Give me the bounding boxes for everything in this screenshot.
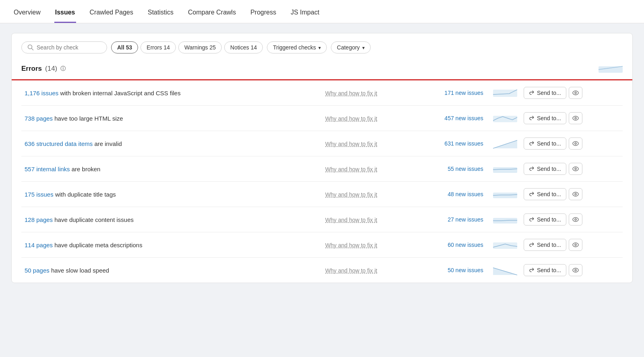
why-fix-link[interactable]: Why and how to fix it <box>325 115 377 122</box>
svg-point-11 <box>575 143 576 144</box>
issue-description: 738 pages have too large HTML size <box>21 106 322 131</box>
info-icon[interactable]: ⓘ <box>60 65 66 72</box>
nav-crawled-pages[interactable]: Crawled Pages <box>89 9 134 23</box>
svg-point-25 <box>573 268 578 272</box>
top-navigation: Overview Issues Crawled Pages Statistics… <box>0 0 644 23</box>
svg-point-14 <box>575 168 576 170</box>
issue-description: 50 pages have slow load speed <box>21 258 322 283</box>
table-row: 114 pages have duplicate meta descriptio… <box>21 232 623 258</box>
triggered-checks-dropdown[interactable]: Triggered checks <box>267 41 327 53</box>
action-cell: Send to... <box>524 264 619 276</box>
issue-description: 128 pages have duplicate content issues <box>21 207 322 232</box>
svg-point-22 <box>573 243 578 247</box>
eye-icon <box>572 115 579 121</box>
why-fix-link[interactable]: Why and how to fix it <box>325 242 377 248</box>
svg-point-16 <box>573 192 578 196</box>
nav-issues[interactable]: Issues <box>54 9 76 23</box>
table-row: 738 pages have too large HTML size Why a… <box>21 106 623 131</box>
section-count: (14) <box>45 65 57 73</box>
table-row: 128 pages have duplicate content issues … <box>21 207 623 232</box>
eye-button[interactable] <box>569 87 582 99</box>
svg-point-10 <box>573 142 578 146</box>
eye-icon <box>572 242 579 248</box>
issue-link[interactable]: 175 issues <box>25 191 54 198</box>
table-row: 175 issues with duplicate title tags Why… <box>21 182 623 207</box>
svg-point-7 <box>573 116 578 120</box>
nav-compare-crawls[interactable]: Compare Crawls <box>187 9 237 23</box>
search-input[interactable] <box>37 44 101 51</box>
issue-link[interactable]: 738 pages <box>25 115 53 122</box>
issues-panel: All 53 Errors 14 Warnings 25 Notices 14 … <box>11 33 633 283</box>
eye-icon <box>572 216 579 223</box>
nav-statistics[interactable]: Statistics <box>147 9 174 23</box>
send-to-button[interactable]: Send to... <box>524 188 566 200</box>
send-to-button[interactable]: Send to... <box>524 163 566 175</box>
nav-overview[interactable]: Overview <box>13 9 41 23</box>
issue-description: 636 structured data items are invalid <box>21 131 322 156</box>
issue-link[interactable]: 50 pages <box>25 267 50 274</box>
tab-notices[interactable]: Notices 14 <box>224 41 263 53</box>
why-fix-link[interactable]: Why and how to fix it <box>325 191 377 198</box>
svg-line-1 <box>32 49 33 50</box>
eye-button[interactable] <box>569 213 582 226</box>
send-to-button[interactable]: Send to... <box>524 239 566 251</box>
issue-link[interactable]: 1,176 issues <box>25 90 58 96</box>
table-row: 1,176 issues with broken internal JavaSc… <box>21 80 623 106</box>
table-row: 50 pages have slow load speed Why and ho… <box>21 258 623 283</box>
eye-button[interactable] <box>569 163 582 175</box>
send-to-button[interactable]: Send to... <box>524 213 566 226</box>
share-icon <box>529 166 535 172</box>
new-issues-count: 27 new issues <box>414 207 490 232</box>
eye-button[interactable] <box>569 137 582 150</box>
svg-rect-3 <box>493 90 517 97</box>
new-issues-count: 171 new issues <box>414 80 490 106</box>
share-icon <box>529 90 535 96</box>
issues-table: 1,176 issues with broken internal JavaSc… <box>21 80 623 283</box>
nav-progress[interactable]: Progress <box>250 9 277 23</box>
nav-js-impact[interactable]: JS Impact <box>290 9 320 23</box>
send-to-button[interactable]: Send to... <box>524 137 566 150</box>
sparkline-cell <box>490 106 520 131</box>
issue-link[interactable]: 636 structured data items <box>25 140 93 147</box>
eye-icon <box>572 267 579 273</box>
sparkline-cell <box>490 80 520 106</box>
svg-point-5 <box>575 92 576 94</box>
search-box[interactable] <box>21 41 107 53</box>
svg-point-19 <box>573 217 578 222</box>
issue-link[interactable]: 128 pages <box>25 216 53 223</box>
new-issues-count: 457 new issues <box>414 106 490 131</box>
errors-section-header: Errors (14) ⓘ <box>21 62 623 79</box>
share-icon <box>529 217 535 222</box>
sparkline-cell <box>490 131 520 156</box>
chevron-down-icon <box>362 44 365 51</box>
why-fix-link[interactable]: Why and how to fix it <box>325 267 377 274</box>
sparkline-cell <box>490 207 520 232</box>
send-to-button[interactable]: Send to... <box>524 264 566 276</box>
send-to-button[interactable]: Send to... <box>524 87 566 99</box>
header-sparkline <box>599 63 623 74</box>
tab-all[interactable]: All 53 <box>111 41 138 53</box>
why-fix-link[interactable]: Why and how to fix it <box>325 90 377 96</box>
sparkline-cell <box>490 232 520 258</box>
why-fix-link[interactable]: Why and how to fix it <box>325 166 377 172</box>
eye-button[interactable] <box>569 239 582 251</box>
filter-tabs: All 53 Errors 14 Warnings 25 Notices 14 <box>111 41 263 53</box>
eye-button[interactable] <box>569 264 582 276</box>
eye-button[interactable] <box>569 112 582 124</box>
category-dropdown[interactable]: Category <box>331 41 371 53</box>
issue-link[interactable]: 114 pages <box>25 242 53 248</box>
why-fix-link[interactable]: Why and how to fix it <box>325 217 377 223</box>
tab-errors[interactable]: Errors 14 <box>140 41 176 53</box>
sparkline-cell <box>490 258 520 283</box>
tab-warnings[interactable]: Warnings 25 <box>178 41 222 53</box>
action-cell: Send to... <box>524 163 619 175</box>
issue-link[interactable]: 557 internal links <box>25 166 70 172</box>
section-title-text: Errors <box>21 65 42 73</box>
svg-point-13 <box>573 167 578 171</box>
action-cell: Send to... <box>524 239 619 251</box>
action-cell: Send to... <box>524 137 619 150</box>
send-to-button[interactable]: Send to... <box>524 112 566 124</box>
eye-button[interactable] <box>569 188 582 200</box>
svg-rect-21 <box>493 242 517 249</box>
why-fix-link[interactable]: Why and how to fix it <box>325 141 377 147</box>
